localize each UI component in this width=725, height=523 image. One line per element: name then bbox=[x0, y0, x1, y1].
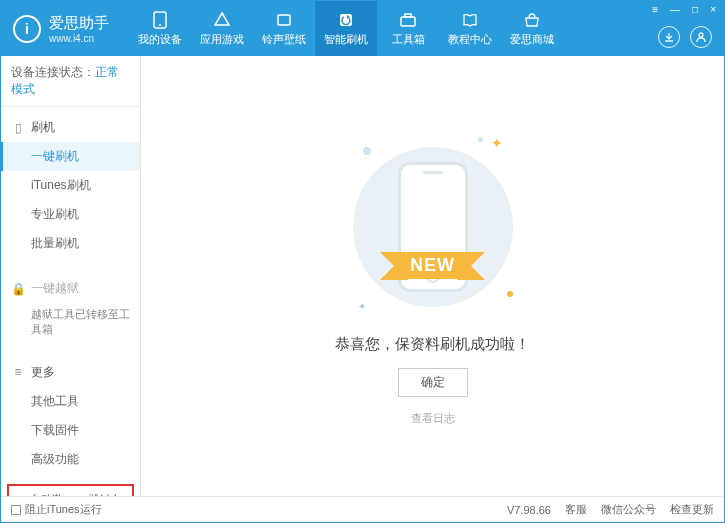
phone-small-icon: ▯ bbox=[11, 121, 25, 135]
status-label: 设备连接状态： bbox=[11, 65, 95, 79]
toolbox-icon bbox=[399, 11, 417, 29]
nav-tutorials[interactable]: 教程中心 bbox=[439, 1, 501, 56]
svg-rect-4 bbox=[401, 17, 415, 26]
music-icon bbox=[275, 11, 293, 29]
main-content: ✦✦ NEW 恭喜您，保资料刷机成功啦！ 确定 查看日志 bbox=[141, 56, 724, 496]
checkbox-block-itunes[interactable]: 阻止iTunes运行 bbox=[11, 502, 102, 517]
sidebar-title: 刷机 bbox=[31, 119, 55, 136]
version-text: V7.98.66 bbox=[507, 504, 551, 516]
jailbreak-note: 越狱工具已转移至工具箱 bbox=[1, 303, 140, 342]
sidebar: 设备连接状态：正常模式 ▯ 刷机 一键刷机 iTunes刷机 专业刷机 批量刷机… bbox=[1, 56, 141, 496]
svg-point-1 bbox=[159, 24, 161, 26]
maximize-button[interactable]: □ bbox=[690, 4, 700, 15]
title-bar: ≡ — □ × i 爱思助手 www.i4.cn 我的设备 应用游戏 铃声壁纸 bbox=[1, 1, 724, 56]
nav-label: 铃声壁纸 bbox=[262, 32, 306, 47]
user-icon[interactable] bbox=[690, 26, 712, 48]
menu-icon[interactable]: ≡ bbox=[650, 4, 660, 15]
nav-my-device[interactable]: 我的设备 bbox=[129, 1, 191, 56]
main-nav: 我的设备 应用游戏 铃声壁纸 智能刷机 工具箱 教程中心 bbox=[129, 1, 563, 56]
logo-icon: i bbox=[13, 15, 41, 43]
brand-logo: i 爱思助手 www.i4.cn bbox=[1, 14, 121, 44]
minimize-button[interactable]: — bbox=[668, 4, 682, 15]
svg-rect-5 bbox=[405, 14, 411, 17]
checkbox-label: 阻止iTunes运行 bbox=[25, 502, 102, 517]
apps-icon bbox=[213, 11, 231, 29]
nav-shop[interactable]: 爱思商城 bbox=[501, 1, 563, 56]
success-message: 恭喜您，保资料刷机成功啦！ bbox=[335, 335, 530, 354]
sidebar-head-more[interactable]: ≡ 更多 bbox=[1, 358, 140, 387]
window-controls: ≡ — □ × bbox=[650, 4, 718, 15]
nav-toolbox[interactable]: 工具箱 bbox=[377, 1, 439, 56]
new-ribbon: NEW bbox=[398, 252, 467, 279]
shop-icon bbox=[523, 11, 541, 29]
support-link[interactable]: 客服 bbox=[565, 502, 587, 517]
nav-label: 智能刷机 bbox=[324, 32, 368, 47]
svg-rect-2 bbox=[278, 15, 290, 25]
phone-icon bbox=[151, 11, 169, 29]
nav-label: 我的设备 bbox=[138, 32, 182, 47]
sidebar-item-itunes[interactable]: iTunes刷机 bbox=[1, 171, 140, 200]
sidebar-head-jailbreak: 🔒 一键越狱 bbox=[1, 274, 140, 303]
download-icon[interactable] bbox=[658, 26, 680, 48]
sidebar-title: 更多 bbox=[31, 364, 55, 381]
svg-point-6 bbox=[699, 33, 703, 37]
lock-icon: 🔒 bbox=[11, 282, 25, 296]
list-icon: ≡ bbox=[11, 365, 25, 379]
sidebar-item-batch[interactable]: 批量刷机 bbox=[1, 229, 140, 258]
app-url: www.i4.cn bbox=[49, 33, 109, 44]
sidebar-title: 一键越狱 bbox=[31, 280, 79, 297]
close-button[interactable]: × bbox=[708, 4, 718, 15]
update-link[interactable]: 检查更新 bbox=[670, 502, 714, 517]
flash-icon bbox=[337, 11, 355, 29]
success-illustration: ✦✦ NEW bbox=[343, 127, 523, 327]
footer: 阻止iTunes运行 V7.98.66 客服 微信公众号 检查更新 bbox=[1, 496, 724, 522]
connection-status: 设备连接状态：正常模式 bbox=[1, 56, 140, 107]
sidebar-item-download-fw[interactable]: 下载固件 bbox=[1, 416, 140, 445]
sidebar-item-other[interactable]: 其他工具 bbox=[1, 387, 140, 416]
nav-apps[interactable]: 应用游戏 bbox=[191, 1, 253, 56]
header-right-icons bbox=[658, 26, 712, 48]
wechat-link[interactable]: 微信公众号 bbox=[601, 502, 656, 517]
nav-label: 爱思商城 bbox=[510, 32, 554, 47]
nav-label: 工具箱 bbox=[392, 32, 425, 47]
app-name: 爱思助手 bbox=[49, 14, 109, 33]
sidebar-item-advanced[interactable]: 高级功能 bbox=[1, 445, 140, 474]
nav-label: 教程中心 bbox=[448, 32, 492, 47]
view-log-link[interactable]: 查看日志 bbox=[411, 411, 455, 426]
highlighted-options: ✓自动激活 ✓跳过向导 bbox=[7, 484, 134, 496]
nav-ringtones[interactable]: 铃声壁纸 bbox=[253, 1, 315, 56]
checkbox-icon bbox=[11, 505, 21, 515]
nav-flash[interactable]: 智能刷机 bbox=[315, 1, 377, 56]
sidebar-item-pro[interactable]: 专业刷机 bbox=[1, 200, 140, 229]
confirm-button[interactable]: 确定 bbox=[398, 368, 468, 397]
sidebar-head-flash[interactable]: ▯ 刷机 bbox=[1, 113, 140, 142]
nav-label: 应用游戏 bbox=[200, 32, 244, 47]
sidebar-item-oneclick[interactable]: 一键刷机 bbox=[1, 142, 140, 171]
book-icon bbox=[461, 11, 479, 29]
